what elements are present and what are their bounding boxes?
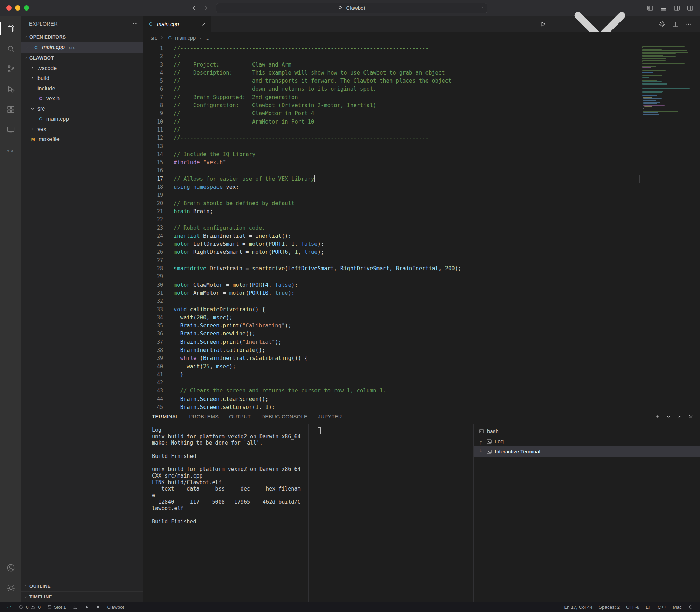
close-editor-icon[interactable] xyxy=(26,45,30,50)
vex-play[interactable] xyxy=(81,602,92,612)
keymap[interactable]: Mac xyxy=(670,602,685,612)
code-line[interactable]: 26motor RightDriveSmart = motor(PORT6, 1… xyxy=(143,248,640,256)
zoom-button[interactable] xyxy=(24,5,29,11)
toggle-secondary-sidebar-icon[interactable] xyxy=(673,5,680,12)
code-line[interactable]: 39 while (BrainInertial.isCalibrating())… xyxy=(143,354,640,362)
panel-tab-jupyter[interactable]: JUPYTER xyxy=(318,409,342,424)
breadcrumb-item-[interactable]: ... xyxy=(205,35,209,41)
encoding[interactable]: UTF-8 xyxy=(623,602,643,612)
breadcrumb-item-src[interactable]: src xyxy=(151,35,157,41)
code-line[interactable]: 18using namespace vex; xyxy=(143,183,640,191)
more-actions-icon[interactable] xyxy=(132,21,138,27)
back-icon[interactable] xyxy=(191,5,198,12)
code-line[interactable]: 12//------------------------------------… xyxy=(143,134,640,142)
activity-item-extensions[interactable] xyxy=(0,99,21,120)
customize-layout-icon[interactable] xyxy=(687,5,694,12)
minimap[interactable] xyxy=(640,43,700,409)
tree-item-makefile[interactable]: Mmakefile xyxy=(21,134,143,144)
minimize-button[interactable] xyxy=(15,5,20,11)
close-panel-icon[interactable] xyxy=(688,414,694,419)
code-line[interactable]: 14// Include the IQ Library xyxy=(143,151,640,159)
code-line[interactable]: 25motor LeftDriveSmart = motor(PORT1, 1,… xyxy=(143,240,640,248)
eol[interactable]: LF xyxy=(643,602,654,612)
panel-tab-output[interactable]: OUTPUT xyxy=(229,409,251,424)
code-line[interactable]: 27 xyxy=(143,257,640,265)
terminal-item-bash[interactable]: bash xyxy=(474,426,700,436)
code-line[interactable]: 4// Description: This example will show … xyxy=(143,69,640,77)
run-settings-icon[interactable] xyxy=(659,21,666,28)
code-line[interactable]: 15#include "vex.h" xyxy=(143,159,640,167)
code-line[interactable]: 43 // Clears the screen and returns the … xyxy=(143,387,640,395)
activity-item-source-control[interactable] xyxy=(0,59,21,79)
tree-item-vex-h[interactable]: Cvex.h xyxy=(21,93,143,104)
toggle-panel-icon[interactable] xyxy=(660,5,667,12)
code-line[interactable]: 5// and transports it forward. The Clawb… xyxy=(143,77,640,85)
code-line[interactable]: 1//-------------------------------------… xyxy=(143,44,640,53)
tree-item-vscode[interactable]: .vscode xyxy=(21,63,143,73)
code-line[interactable]: 23// Robot configuration code. xyxy=(143,224,640,232)
code-editor[interactable]: 1//-------------------------------------… xyxy=(143,43,640,409)
workspace-header[interactable]: CLAWBOT xyxy=(21,53,143,63)
code-line[interactable]: 36 Brain.Screen.newLine(); xyxy=(143,330,640,338)
terminal-output[interactable]: Logunix build for platform vexiq2 on Dar… xyxy=(143,424,308,602)
code-line[interactable]: 19 xyxy=(143,191,640,199)
vex-stop[interactable] xyxy=(92,602,104,612)
code-line[interactable]: 10// ArmMotor in Port 10 xyxy=(143,118,640,126)
code-line[interactable]: 22 xyxy=(143,216,640,224)
code-line[interactable]: 24inertial BrainInertial = inertial(); xyxy=(143,232,640,240)
activity-item-vex[interactable]: v=x xyxy=(0,140,21,160)
code-line[interactable]: 31motor ArmMotor = motor(PORT10, true); xyxy=(143,289,640,297)
tree-item-src[interactable]: src xyxy=(21,104,143,114)
activity-item-explorer[interactable] xyxy=(0,18,21,39)
interactive-terminal-pane[interactable] xyxy=(308,424,473,602)
code-line[interactable]: 17// Allows for easier use of the VEX Li… xyxy=(143,175,640,183)
code-line[interactable]: 9// ClawMotor in Port 4 xyxy=(143,110,640,118)
code-line[interactable]: 29 xyxy=(143,273,640,281)
language-mode[interactable]: C++ xyxy=(654,602,670,612)
code-line[interactable]: 6// down and returns to its original spo… xyxy=(143,85,640,93)
panel-tab-problems[interactable]: PROBLEMS xyxy=(189,409,219,424)
code-line[interactable]: 2// xyxy=(143,53,640,61)
tree-item-vex[interactable]: vex xyxy=(21,124,143,134)
cursor-position[interactable]: Ln 17, Col 44 xyxy=(561,602,596,612)
command-center[interactable]: Clawbot xyxy=(216,3,487,13)
code-line[interactable]: 3// Project: Claw and Arm xyxy=(143,61,640,69)
code-line[interactable]: 44 Brain.Screen.clearScreen(); xyxy=(143,395,640,403)
code-line[interactable]: 34 wait(200, msec); xyxy=(143,314,640,322)
section-timeline[interactable]: TIMELINE xyxy=(21,591,143,602)
vex-download[interactable] xyxy=(69,602,81,612)
panel-tab-terminal[interactable]: TERMINAL xyxy=(152,409,179,424)
code-line[interactable]: 8// Configuration: Clawbot (Drivetrain 2… xyxy=(143,102,640,110)
code-line[interactable]: 35 Brain.Screen.print("Calibrating"); xyxy=(143,322,640,330)
forward-icon[interactable] xyxy=(202,5,209,12)
activity-item-run-and-debug[interactable] xyxy=(0,79,21,99)
code-line[interactable]: 37 Brain.Screen.print("Inertial"); xyxy=(143,338,640,346)
panel-tab-debug-console[interactable]: DEBUG CONSOLE xyxy=(261,409,307,424)
open-editors-header[interactable]: OPEN EDITORS xyxy=(21,32,143,42)
activity-item-accounts[interactable] xyxy=(0,558,21,578)
launch-profile-dropdown-icon[interactable] xyxy=(666,414,671,419)
activity-item-settings[interactable] xyxy=(0,578,21,598)
code-line[interactable]: 40 wait(25, msec); xyxy=(143,363,640,371)
maximize-panel-icon[interactable] xyxy=(677,414,682,419)
code-line[interactable]: 38 BrainInertial.calibrate(); xyxy=(143,346,640,354)
split-editor-icon[interactable] xyxy=(672,21,679,28)
code-line[interactable]: 42 xyxy=(143,379,640,387)
vex-project[interactable]: Clawbot xyxy=(104,602,127,612)
more-actions-icon[interactable] xyxy=(685,21,692,28)
code-line[interactable]: 41 } xyxy=(143,371,640,379)
activity-item-remote-explorer[interactable] xyxy=(0,120,21,140)
terminal-item-log[interactable]: ┌Log xyxy=(474,436,700,446)
indentation[interactable]: Spaces: 2 xyxy=(596,602,623,612)
problems[interactable]: 00 xyxy=(15,602,44,612)
vex-slot[interactable]: Slot 1 xyxy=(44,602,69,612)
open-editor-item[interactable]: Cmain.cppsrc xyxy=(21,42,143,53)
terminal-item-interactive-terminal[interactable]: └Interactive Terminal xyxy=(474,446,700,457)
section-outline[interactable]: OUTLINE xyxy=(21,581,143,591)
code-line[interactable]: 30motor ClawMotor = motor(PORT4, false); xyxy=(143,281,640,289)
notifications-bell[interactable] xyxy=(685,602,696,612)
close-button[interactable] xyxy=(6,5,12,11)
tree-item-build[interactable]: build xyxy=(21,73,143,83)
activity-item-search[interactable] xyxy=(0,39,21,59)
tab-main-cpp[interactable]: C main.cpp xyxy=(143,16,211,32)
